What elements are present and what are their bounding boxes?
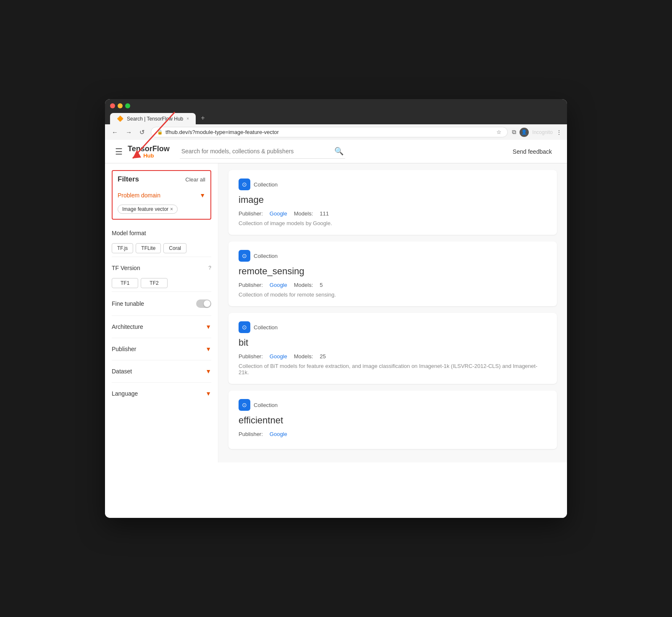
collection-type-1: Collection: [254, 181, 278, 188]
collection-name-3[interactable]: bit: [239, 337, 547, 348]
problem-domain-filter[interactable]: Problem domain ▼: [118, 189, 205, 202]
filters-header: Filters Clear all: [118, 175, 205, 184]
collection-icon-symbol-1: ⊙: [242, 181, 247, 188]
tf-version-buttons: TF1 TF2: [112, 278, 211, 288]
dataset-label: Dataset: [112, 368, 132, 375]
logo[interactable]: TensorFlow Hub: [128, 144, 170, 159]
collection-meta-1: Publisher: Google Models: 111: [239, 210, 547, 217]
publisher-header[interactable]: Publisher ▼: [112, 341, 211, 357]
collection-label-3: ⊙ Collection: [239, 321, 547, 333]
collection-type-2: Collection: [254, 253, 278, 259]
fine-tunable-toggle[interactable]: [196, 299, 211, 308]
logo-sub: Hub: [143, 152, 154, 159]
search-input[interactable]: [181, 148, 334, 155]
filters-highlighted-section: Filters Clear all Problem domain ▼ Image…: [112, 170, 211, 220]
publisher-name-3[interactable]: Google: [270, 353, 287, 360]
filter-tag-close-icon[interactable]: ×: [170, 206, 173, 212]
publisher-name-4[interactable]: Google: [270, 431, 287, 437]
coral-button[interactable]: Coral: [163, 243, 186, 253]
collection-icon-symbol-4: ⊙: [242, 402, 247, 408]
collection-name-1[interactable]: image: [239, 194, 547, 205]
image-feature-vector-tag: Image feature vector ×: [118, 205, 178, 214]
bookmark-icon[interactable]: ☆: [496, 129, 501, 135]
publisher-name-2[interactable]: Google: [270, 282, 287, 288]
models-label-1: Models:: [294, 210, 313, 217]
model-format-header[interactable]: Model format: [112, 226, 211, 241]
hamburger-menu[interactable]: ☰: [115, 147, 123, 157]
collection-card-efficientnet: ⊙ Collection efficientnet Publisher: Goo…: [228, 391, 557, 449]
search-icon[interactable]: 🔍: [334, 147, 344, 156]
collection-name-4[interactable]: efficientnet: [239, 415, 547, 426]
tf1-button[interactable]: TF1: [112, 278, 138, 288]
minimize-button[interactable]: [118, 103, 123, 108]
browser-actions: ⧉ 👤 Incognito ⋮: [512, 128, 562, 137]
tab-title: Search | TensorFlow Hub: [127, 116, 183, 122]
traffic-lights: [110, 103, 562, 108]
problem-domain-label: Problem domain: [118, 192, 160, 199]
architecture-header[interactable]: Architecture ▼: [112, 319, 211, 334]
collection-icon-symbol-3: ⊙: [242, 324, 247, 331]
publisher-prefix-4: Publisher:: [239, 431, 263, 437]
collection-desc-3: Collection of BiT models for feature ext…: [239, 363, 547, 375]
collection-icon-2: ⊙: [239, 250, 250, 262]
app-header: ☰ TensorFlow Hub 🔍 Send feedback: [105, 140, 567, 163]
tf-version-filter: TF Version ? TF1 TF2: [112, 260, 211, 288]
tf-version-help-icon[interactable]: ?: [208, 265, 211, 271]
send-feedback-button[interactable]: Send feedback: [508, 146, 557, 158]
menu-button[interactable]: ⋮: [556, 129, 562, 136]
filter-tags: Image feature vector ×: [118, 202, 205, 214]
models-count-3: 25: [320, 353, 326, 360]
tf2-button[interactable]: TF2: [141, 278, 167, 288]
architecture-filter: Architecture ▼: [112, 319, 211, 334]
incognito-label: Incognito: [532, 129, 553, 135]
dataset-header[interactable]: Dataset ▼: [112, 364, 211, 379]
publisher-arrow: ▼: [205, 346, 211, 352]
model-format-buttons: TF.js TFLite Coral: [112, 243, 211, 253]
problem-domain-arrow: ▼: [200, 192, 205, 199]
collection-label-4: ⊙ Collection: [239, 399, 547, 411]
language-arrow: ▼: [205, 390, 211, 397]
tf-version-header[interactable]: TF Version ?: [112, 260, 211, 276]
active-tab[interactable]: 🔶 Search | TensorFlow Hub ×: [110, 113, 196, 124]
back-button[interactable]: ←: [110, 128, 120, 137]
split-view-button[interactable]: ⧉: [512, 129, 516, 136]
dataset-arrow: ▼: [205, 368, 211, 375]
language-label: Language: [112, 390, 138, 397]
url-text: tfhub.dev/s?module-type=image-feature-ve…: [165, 129, 494, 135]
fine-tunable-filter: Fine tunable: [112, 295, 211, 312]
language-header[interactable]: Language ▼: [112, 386, 211, 401]
fine-tunable-label: Fine tunable: [112, 300, 144, 307]
language-filter: Language ▼: [112, 386, 211, 401]
tflite-button[interactable]: TFLite: [136, 243, 161, 253]
tab-favicon: 🔶: [117, 116, 123, 122]
divider-4: [112, 338, 211, 338]
incognito-badge: 👤: [520, 128, 529, 137]
search-bar[interactable]: 🔍: [180, 144, 345, 159]
forward-button[interactable]: →: [124, 128, 134, 137]
clear-all-button[interactable]: Clear all: [185, 176, 205, 183]
collection-card-image: ⊙ Collection image Publisher: Google Mod…: [228, 170, 557, 235]
refresh-button[interactable]: ↺: [138, 128, 147, 137]
collection-type-3: Collection: [254, 324, 278, 331]
tab-bar: 🔶 Search | TensorFlow Hub × +: [110, 112, 562, 124]
publisher-name-1[interactable]: Google: [270, 210, 287, 217]
address-bar[interactable]: 🔒 tfhub.dev/s?module-type=image-feature-…: [151, 127, 508, 137]
divider-1: [112, 257, 211, 257]
divider-5: [112, 360, 211, 360]
collection-label-2: ⊙ Collection: [239, 250, 547, 262]
publisher-prefix-2: Publisher:: [239, 282, 263, 288]
tab-close-icon[interactable]: ×: [186, 116, 189, 121]
maximize-button[interactable]: [125, 103, 130, 108]
tfjs-button[interactable]: TF.js: [112, 243, 133, 253]
model-format-label: Model format: [112, 230, 146, 236]
collection-card-remote-sensing: ⊙ Collection remote_sensing Publisher: G…: [228, 242, 557, 306]
collection-icon-symbol-2: ⊙: [242, 252, 247, 259]
collection-name-2[interactable]: remote_sensing: [239, 266, 547, 277]
browser-window: 🔶 Search | TensorFlow Hub × + ← → ↺ 🔒 tf…: [105, 99, 567, 518]
collection-icon-1: ⊙: [239, 179, 250, 190]
new-tab-button[interactable]: +: [197, 112, 209, 124]
collection-meta-3: Publisher: Google Models: 25: [239, 353, 547, 360]
app-content: ☰ TensorFlow Hub 🔍 Send feedback Filters: [105, 140, 567, 518]
collection-meta-2: Publisher: Google Models: 5: [239, 282, 547, 288]
close-button[interactable]: [110, 103, 115, 108]
